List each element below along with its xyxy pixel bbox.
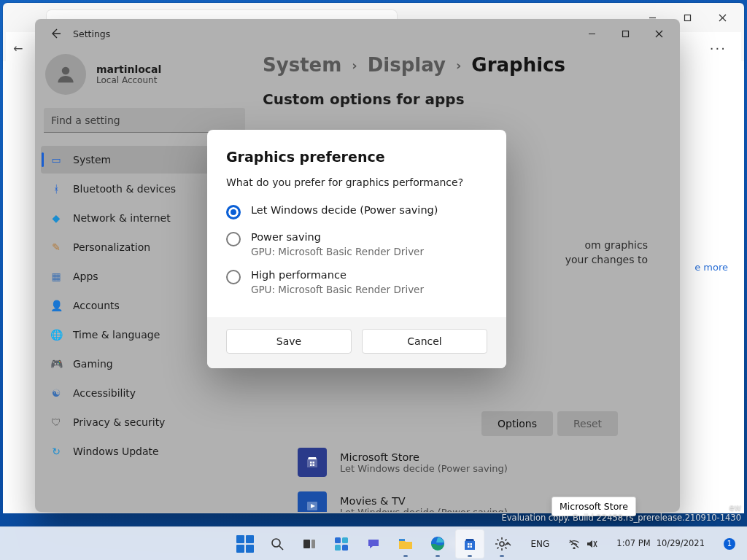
apps-icon: ▦ xyxy=(50,270,63,283)
graphics-preference-dialog: Graphics preference What do you prefer f… xyxy=(207,130,506,368)
save-button[interactable]: Save xyxy=(226,329,352,354)
file-explorer-button[interactable] xyxy=(391,529,420,559)
tray-language[interactable]: ENG xyxy=(525,536,556,552)
window-title: Settings xyxy=(73,28,110,39)
microsoft-store-button[interactable] xyxy=(455,529,484,559)
breadcrumb-system[interactable]: System xyxy=(263,54,341,76)
search-input[interactable]: Find a setting xyxy=(44,108,245,133)
network-icon xyxy=(568,539,580,549)
user-profile-block[interactable]: martinlocal Local Account xyxy=(39,48,249,108)
radio-icon xyxy=(226,270,241,284)
breadcrumb: System › Display › Graphics xyxy=(263,54,664,76)
widgets-button[interactable] xyxy=(327,529,356,559)
gaming-icon: 🎮 xyxy=(50,357,63,370)
svg-rect-1 xyxy=(684,15,690,20)
radio-label: Power saving xyxy=(251,231,424,243)
dialog-title: Graphics preference xyxy=(226,149,487,165)
start-button[interactable] xyxy=(231,529,260,559)
cancel-button[interactable]: Cancel xyxy=(362,329,487,354)
nav-privacy[interactable]: 🛡Privacy & security xyxy=(41,408,249,436)
browser-back-icon[interactable]: ← xyxy=(13,42,23,55)
globe-icon: 🌐 xyxy=(50,328,63,341)
task-view-button[interactable] xyxy=(295,529,324,559)
see-more-link[interactable]: e more xyxy=(694,262,728,273)
store-icon xyxy=(298,448,327,477)
svg-rect-27 xyxy=(471,543,473,545)
tray-clock[interactable]: 1:07 PM 10/29/2021 xyxy=(611,536,711,551)
svg-point-9 xyxy=(62,67,70,75)
app-row-microsoft-store[interactable]: Microsoft Store Let Windows decide (Powe… xyxy=(298,439,508,486)
volume-icon xyxy=(586,539,597,549)
edge-button[interactable] xyxy=(423,529,452,559)
system-icon: ▭ xyxy=(50,153,63,166)
options-button[interactable]: Options xyxy=(481,411,553,436)
radio-icon xyxy=(226,232,241,246)
evaluation-watermark: ew Evaluation copy. Build 22458.rs_prere… xyxy=(502,503,741,524)
nav-windows-update[interactable]: ↻Windows Update xyxy=(41,438,249,465)
taskbar-search-button[interactable] xyxy=(263,529,292,559)
section-heading: Custom options for apps xyxy=(263,90,664,108)
radio-option-default[interactable]: Let Windows decide (Power saving) xyxy=(226,200,487,227)
svg-line-17 xyxy=(279,546,283,550)
app-subtitle: Let Windows decide (Power saving) xyxy=(340,463,508,474)
nav-label: Gaming xyxy=(73,358,113,370)
close-button[interactable] xyxy=(642,23,676,44)
tray-network-sound[interactable] xyxy=(562,536,603,552)
radio-label: Let Windows decide (Power saving) xyxy=(251,204,438,216)
radio-description: GPU: Microsoft Basic Render Driver xyxy=(251,246,424,257)
breadcrumb-current: Graphics xyxy=(471,54,565,76)
reset-button[interactable]: Reset xyxy=(557,411,618,436)
nav-label: Personalization xyxy=(73,241,150,253)
nav-label: Accessibility xyxy=(73,387,136,399)
svg-rect-19 xyxy=(311,540,315,548)
nav-label: System xyxy=(73,154,111,166)
nav-accessibility[interactable]: ☯Accessibility xyxy=(41,379,249,407)
app-title: Movies & TV xyxy=(340,495,508,507)
user-account-type: Local Account xyxy=(96,75,161,85)
svg-point-16 xyxy=(272,539,280,547)
svg-rect-28 xyxy=(468,545,470,548)
nav-label: Privacy & security xyxy=(73,416,165,428)
svg-rect-24 xyxy=(399,539,405,541)
maximize-button[interactable] xyxy=(608,23,642,44)
chat-button[interactable] xyxy=(359,529,388,559)
breadcrumb-display[interactable]: Display xyxy=(368,54,446,76)
radio-icon xyxy=(226,205,241,219)
browser-close-button[interactable] xyxy=(706,7,738,28)
svg-point-30 xyxy=(500,542,504,546)
svg-rect-18 xyxy=(303,540,310,548)
settings-taskbar-button[interactable] xyxy=(487,529,516,559)
browser-menu-button[interactable]: ··· xyxy=(703,38,734,59)
bluetooth-icon: ᚼ xyxy=(50,182,63,195)
nav-label: Bluetooth & devices xyxy=(73,183,176,195)
svg-rect-23 xyxy=(342,545,348,551)
minimize-button[interactable] xyxy=(575,23,608,44)
svg-rect-22 xyxy=(335,545,341,551)
radio-option-power-saving[interactable]: Power saving GPU: Microsoft Basic Render… xyxy=(226,227,487,265)
movies-icon xyxy=(298,491,327,512)
svg-rect-12 xyxy=(310,464,312,467)
svg-rect-26 xyxy=(468,543,470,545)
svg-rect-20 xyxy=(335,537,341,543)
dialog-subtitle: What do you prefer for graphics performa… xyxy=(226,176,487,188)
wifi-icon: ◆ xyxy=(50,211,63,225)
nav-label: Time & language xyxy=(73,329,160,341)
shield-icon: 🛡 xyxy=(50,416,63,429)
accessibility-icon: ☯ xyxy=(50,386,63,400)
svg-rect-11 xyxy=(313,462,315,464)
nav-label: Accounts xyxy=(73,300,120,311)
radio-option-high-performance[interactable]: High performance GPU: Microsoft Basic Re… xyxy=(226,265,487,303)
settings-titlebar: Settings xyxy=(35,19,680,48)
nav-label: Network & internet xyxy=(73,212,171,224)
radio-label: High performance xyxy=(251,269,424,281)
tray-notifications[interactable]: 1 xyxy=(718,535,741,553)
svg-rect-21 xyxy=(342,537,348,543)
notification-badge: 1 xyxy=(724,538,735,550)
back-button[interactable] xyxy=(45,23,66,44)
app-row-movies-tv[interactable]: Movies & TV Let Windows decide (Power sa… xyxy=(298,483,508,512)
svg-rect-13 xyxy=(313,464,315,467)
search-placeholder: Find a setting xyxy=(51,114,120,126)
nav-label: Apps xyxy=(73,271,98,282)
obscured-hint-text: om graphics your changes to xyxy=(502,238,648,268)
brush-icon: ✎ xyxy=(50,241,63,254)
